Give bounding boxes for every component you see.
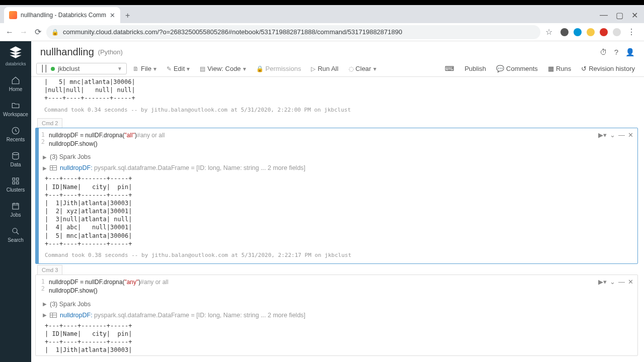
star-icon[interactable]: ☆ [543,27,554,38]
cell-3[interactable]: ▶▾ ⌄ — ✕ 12 nulldropDF = nullDF.dropna("… [35,275,638,356]
dataframe-schema-row[interactable]: ▶ nulldropDF: pyspark.sql.dataframe.Data… [36,162,637,173]
clock-icon [11,126,20,135]
notebook-language: (Python) [98,48,123,56]
ext-icon-1[interactable] [560,28,569,36]
favicon-icon [9,11,17,19]
notebook-title[interactable]: nullhandling [40,46,94,58]
publish-button[interactable]: Publish [460,63,490,74]
notebook-header: nullhandling (Python) ⏱ ? 👤 [31,41,644,61]
reload-icon[interactable]: ⟳ [32,27,43,38]
cell-controls: ▶▾ ⌄ — ✕ [598,131,633,139]
triangle-right-icon[interactable]: ▶ [43,165,47,171]
new-tab-button[interactable]: + [120,8,135,23]
runs-button[interactable]: ▦Runs [544,63,575,74]
comments-button[interactable]: 💬Comments [492,63,542,74]
runs-icon: ▦ [548,65,554,72]
run-cell-icon[interactable]: ▶▾ [598,278,607,286]
pencil-icon: ✎ [167,65,172,72]
dataframe-schema-row[interactable]: ▶ nulldropDF: pyspark.sql.dataframe.Data… [36,310,637,321]
database-icon [11,151,20,160]
user-icon[interactable]: 👤 [625,48,635,57]
triangle-right-icon[interactable]: ▶ [43,312,47,318]
tree-icon: ⎮⎮ [41,65,48,72]
cell-controls: ▶▾ ⌄ — ✕ [598,278,633,286]
sidebar-item-home[interactable]: Home [0,71,31,97]
run-cell-icon[interactable]: ▶▾ [598,131,607,139]
ext-icon-hp[interactable] [574,28,582,36]
notebook-toolbar: ⎮⎮ jkbclust ▼ 🗎File▾ ✎Edit▾ ▤View: Code▾… [31,61,644,77]
spark-jobs-row[interactable]: ▶ (3) Spark Jobs [36,299,637,310]
line-gutter: 12 [36,278,49,296]
code-editor[interactable]: 12 nulldropDF = nullDF.dropna("all")#any… [36,128,637,152]
window-close-icon[interactable]: ✕ [631,11,638,20]
cmd3-label: Cmd 3 [37,265,62,275]
schedule-icon[interactable]: ⏱ [600,48,607,57]
expand-down-icon[interactable]: ⌄ [610,278,615,286]
triangle-right-icon[interactable]: ▶ [43,154,47,160]
cell1-output: | 5| mnc|atlanta|30006| |null|null| null… [35,77,638,104]
revision-history-button[interactable]: ↺Revision history [577,63,639,74]
databricks-logo-icon[interactable] [9,45,23,59]
sidebar-item-search[interactable]: Search [0,222,31,247]
cluster-status-icon [51,67,55,71]
view-menu[interactable]: ▤View: Code▾ [196,63,250,74]
cell2-output: +---+----+-------+-----+ | ID|Name| city… [36,173,637,249]
window-maximize-icon[interactable]: ▢ [616,11,623,20]
search-icon [11,227,20,236]
spark-jobs-row[interactable]: ▶ (3) Spark Jobs [36,151,637,162]
back-icon[interactable]: ← [4,27,15,38]
lock-icon: 🔒 [51,29,59,36]
svg-rect-4 [13,182,15,185]
calendar-icon [11,202,20,211]
close-cell-icon[interactable]: ✕ [628,278,633,286]
cmd2-label: Cmd 2 [37,118,62,128]
sidebar-item-data[interactable]: Data [0,147,31,172]
svg-rect-3 [17,178,19,180]
table-icon [50,165,57,170]
url-input[interactable]: 🔒 community.cloud.databricks.com/?o=2683… [46,25,540,39]
kebab-menu-icon[interactable]: ⋮ [626,27,637,38]
help-icon[interactable]: ? [614,48,618,57]
code-editor[interactable]: 12 nulldropDF = nullDF.dropna("any")#any… [36,275,637,299]
chevron-down-icon: ▼ [117,66,122,71]
comment-icon: 💬 [496,65,504,72]
history-icon: ↺ [581,65,587,72]
expand-down-icon[interactable]: ⌄ [610,131,615,139]
sidebar-item-jobs[interactable]: Jobs [0,197,31,222]
keyboard-icon[interactable]: ⌨ [441,63,458,74]
sidebar-item-clusters[interactable]: Clusters [0,172,31,197]
brand-label: databricks [5,61,26,66]
sidebar-item-workspace[interactable]: Workspace [0,97,31,122]
minimize-cell-icon[interactable]: — [618,131,625,139]
tab-close-icon[interactable]: ✕ [110,12,115,19]
lock-icon: 🔒 [256,65,264,72]
window-minimize-icon[interactable]: — [600,11,608,20]
edit-menu[interactable]: ✎Edit▾ [163,63,194,74]
cell-2[interactable]: ▶▾ ⌄ — ✕ 12 nulldropDF = nullDF.dropna("… [35,128,638,264]
url-text: community.cloud.databricks.com/?o=268325… [63,28,402,36]
run-all-button[interactable]: ▷Run All [307,63,342,74]
browser-tab[interactable]: nullhandling - Databricks Comm ✕ [4,7,120,23]
cluster-selector[interactable]: ⎮⎮ jkbclust ▼ [36,63,127,74]
permissions-button[interactable]: 🔒Permissions [252,63,305,74]
svg-rect-5 [17,182,19,185]
profile-avatar-icon[interactable] [613,28,621,36]
svg-point-1 [13,152,19,155]
ext-icon-3[interactable] [587,28,595,36]
ext-icon-4[interactable] [600,28,608,36]
home-icon [11,76,20,85]
svg-rect-6 [13,204,19,209]
minimize-cell-icon[interactable]: — [618,278,625,286]
folder-icon [11,101,20,110]
svg-rect-2 [13,178,15,180]
clear-menu[interactable]: ◌Clear▾ [345,63,380,74]
browser-address-bar: ← → ⟳ 🔒 community.cloud.databricks.com/?… [0,23,644,41]
triangle-right-icon[interactable]: ▶ [43,301,47,307]
close-cell-icon[interactable]: ✕ [628,131,633,139]
sidebar-item-recents[interactable]: Recents [0,122,31,147]
notebook-body[interactable]: | 5| mnc|atlanta|30006| |null|null| null… [31,77,644,362]
clusters-icon [11,176,20,186]
file-menu[interactable]: 🗎File▾ [129,63,160,74]
forward-icon[interactable]: → [18,27,29,38]
view-icon: ▤ [200,65,205,72]
